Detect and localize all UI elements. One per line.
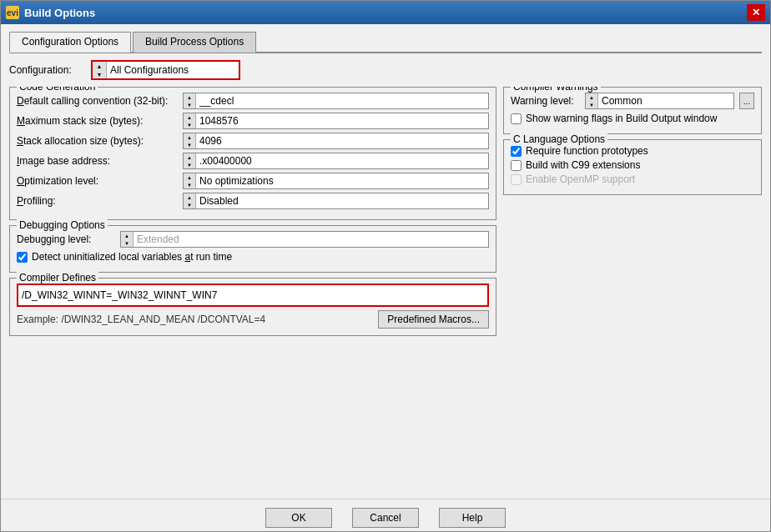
max-stack-input-wrap: ▲ ▼ xyxy=(183,113,489,129)
require-prototypes-checkbox[interactable] xyxy=(511,146,522,157)
calling-convention-spinner: ▲ ▼ xyxy=(184,93,196,108)
profiling-spin-up[interactable]: ▲ xyxy=(184,193,195,201)
max-stack-input[interactable] xyxy=(196,113,488,128)
openmp-row: Enable OpenMP support xyxy=(511,173,754,185)
calling-convention-label: Default calling convention (32-bit): xyxy=(17,95,179,107)
optimization-input[interactable] xyxy=(196,173,488,188)
stack-alloc-row: Stack allocation size (bytes): ▲ ▼ xyxy=(17,133,489,149)
stack-alloc-spin-down[interactable]: ▼ xyxy=(184,141,195,148)
app-icon: evi xyxy=(6,6,19,19)
stack-alloc-label: Stack allocation size (bytes): xyxy=(17,135,179,147)
help-button[interactable]: Help xyxy=(439,508,506,528)
profiling-spin-down[interactable]: ▼ xyxy=(184,201,195,208)
optimization-label: Optimization level: xyxy=(17,175,179,187)
show-warnings-row: Show warning flags in Build Output windo… xyxy=(511,113,754,124)
configuration-spin-up[interactable]: ▲ xyxy=(93,62,106,70)
calling-convention-input[interactable] xyxy=(196,93,488,108)
code-generation-group: Code Generation Default calling conventi… xyxy=(9,87,496,220)
stack-alloc-input-wrap: ▲ ▼ xyxy=(183,133,489,149)
image-base-input-wrap: ▲ ▼ xyxy=(183,153,489,169)
warning-level-spin-down[interactable]: ▼ xyxy=(586,101,597,108)
c99-extensions-checkbox[interactable] xyxy=(511,160,522,171)
predefined-macros-button[interactable]: Predefined Macros... xyxy=(378,310,489,329)
stack-alloc-spinner: ▲ ▼ xyxy=(184,133,196,148)
max-stack-spin-down[interactable]: ▼ xyxy=(184,121,195,128)
main-content: Code Generation Default calling conventi… xyxy=(9,87,762,484)
debugging-level-row: Debugging level: ▲ ▼ xyxy=(17,231,489,248)
debugging-level-spinner: ▲ ▼ xyxy=(121,232,134,247)
configuration-row: Configuration: ▲ ▼ xyxy=(9,60,762,80)
image-base-spinner: ▲ ▼ xyxy=(184,153,196,168)
c99-extensions-row: Build with C99 extensions xyxy=(511,159,754,171)
compiler-warnings-title: Compiler Warnings xyxy=(511,87,601,93)
compiler-defines-input[interactable] xyxy=(18,285,487,305)
debugging-level-input[interactable] xyxy=(134,232,488,247)
tab-configuration-options[interactable]: Configuration Options xyxy=(9,32,131,53)
c-language-options-group: C Language Options Require function prot… xyxy=(503,139,762,195)
right-panel: Compiler Warnings Warning level: ▲ ▼ ... xyxy=(503,87,762,484)
show-warnings-label: Show warning flags in Build Output windo… xyxy=(526,113,717,124)
openmp-label: Enable OpenMP support xyxy=(526,173,635,185)
close-button[interactable]: ✕ xyxy=(747,4,765,21)
bottom-bar: OK Cancel Help xyxy=(1,499,770,531)
left-panel: Code Generation Default calling conventi… xyxy=(9,87,496,484)
warning-level-input[interactable] xyxy=(598,93,733,108)
debugging-title: Debugging Options xyxy=(17,219,108,231)
configuration-input[interactable] xyxy=(107,62,239,78)
tab-build-process-options[interactable]: Build Process Options xyxy=(133,32,256,53)
warning-level-spin-up[interactable]: ▲ xyxy=(586,93,597,101)
require-prototypes-label: Require function prototypes xyxy=(526,145,648,157)
optimization-spin-down[interactable]: ▼ xyxy=(184,181,195,188)
debugging-group: Debugging Options Debugging level: ▲ ▼ xyxy=(9,225,496,273)
max-stack-row: Maximum stack size (bytes): ▲ ▼ xyxy=(17,113,489,129)
cancel-button[interactable]: Cancel xyxy=(352,508,419,528)
optimization-spin-up[interactable]: ▲ xyxy=(184,173,195,181)
max-stack-label: Maximum stack size (bytes): xyxy=(17,115,179,127)
compiler-defines-title: Compiler Defines xyxy=(17,272,98,284)
warning-level-spinner: ▲ ▼ xyxy=(586,93,598,108)
max-stack-spin-up[interactable]: ▲ xyxy=(184,113,195,121)
image-base-spin-up[interactable]: ▲ xyxy=(184,153,195,161)
compiler-warnings-group: Compiler Warnings Warning level: ▲ ▼ ... xyxy=(503,87,762,134)
debugging-level-spin-down[interactable]: ▼ xyxy=(121,239,133,247)
calling-convention-spin-up[interactable]: ▲ xyxy=(184,93,195,101)
detect-uninit-checkbox[interactable] xyxy=(17,252,28,263)
optimization-input-wrap: ▲ ▼ xyxy=(183,173,489,189)
title-bar: evi Build Options ✕ xyxy=(1,1,770,24)
ok-button[interactable]: OK xyxy=(265,508,332,528)
optimization-spinner: ▲ ▼ xyxy=(184,173,196,188)
build-options-window: evi Build Options ✕ Configuration Option… xyxy=(0,0,771,532)
debugging-level-input-wrap: ▲ ▼ xyxy=(120,231,489,248)
c-language-options-title: C Language Options xyxy=(511,133,607,145)
configuration-spin-down[interactable]: ▼ xyxy=(93,70,106,78)
configuration-spinner: ▲ ▼ xyxy=(93,62,107,78)
show-warnings-checkbox[interactable] xyxy=(511,113,522,124)
require-prototypes-row: Require function prototypes xyxy=(511,145,754,157)
configuration-label: Configuration: xyxy=(9,64,84,76)
example-row: Example: /DWIN32_LEAN_AND_MEAN /DCONTVAL… xyxy=(17,310,489,329)
title-bar-left: evi Build Options xyxy=(6,6,95,19)
window-title: Build Options xyxy=(24,7,95,19)
stack-alloc-spin-up[interactable]: ▲ xyxy=(184,133,195,141)
debugging-level-spin-up[interactable]: ▲ xyxy=(121,232,133,239)
profiling-input[interactable] xyxy=(196,193,488,208)
example-text: Example: /DWIN32_LEAN_AND_MEAN /DCONTVAL… xyxy=(17,314,265,325)
profiling-input-wrap: ▲ ▼ xyxy=(183,193,489,209)
optimization-row: Optimization level: ▲ ▼ xyxy=(17,173,489,189)
openmp-checkbox[interactable] xyxy=(511,174,522,185)
calling-convention-input-wrap: ▲ ▼ xyxy=(183,93,489,109)
warning-level-row: Warning level: ▲ ▼ ... xyxy=(511,93,754,109)
image-base-input[interactable] xyxy=(196,153,488,168)
warning-level-label: Warning level: xyxy=(511,95,582,107)
image-base-label: Image base address: xyxy=(17,155,179,167)
max-stack-spinner: ▲ ▼ xyxy=(184,113,196,128)
detect-uninit-label: Detect uninitialized local variables at … xyxy=(32,251,232,263)
compiler-defines-group: Compiler Defines Example: /DWIN32_LEAN_A… xyxy=(9,278,496,336)
image-base-spin-down[interactable]: ▼ xyxy=(184,161,195,168)
warning-level-ellipsis-button[interactable]: ... xyxy=(739,93,754,109)
debugging-level-label: Debugging level: xyxy=(17,233,117,245)
stack-alloc-input[interactable] xyxy=(196,133,488,148)
calling-convention-spin-down[interactable]: ▼ xyxy=(184,101,195,108)
detect-uninit-row: Detect uninitialized local variables at … xyxy=(17,251,489,263)
tab-bar: Configuration Options Build Process Opti… xyxy=(9,31,762,53)
